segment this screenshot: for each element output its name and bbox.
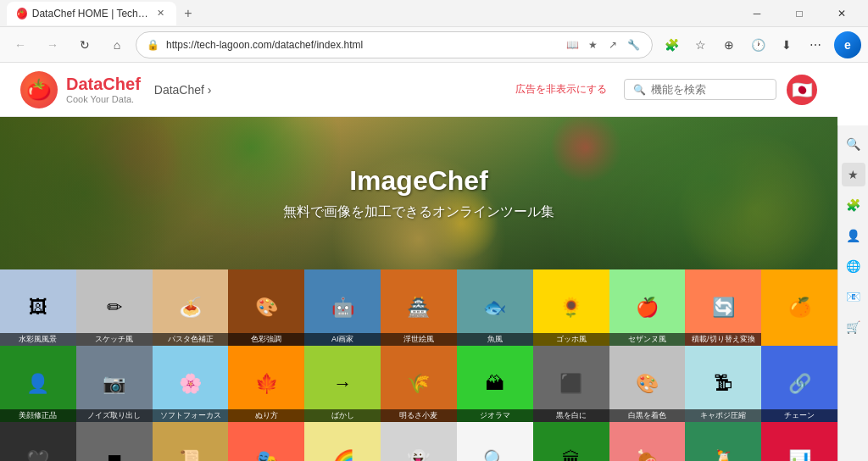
page-content: 🍅 DataChef Cook Your Data. DataChef › 広告… xyxy=(0,63,837,461)
hero-subtitle: 無料で画像を加工できるオンラインツール集 xyxy=(283,203,554,221)
tool-item[interactable]: 🍊 xyxy=(761,269,837,346)
search-icon: 🔍 xyxy=(633,84,646,96)
nav-right-icons: 🧩 ☆ ⊕ 🕐 ⬇ ⋯ e xyxy=(658,31,861,58)
sidebar-profile-icon[interactable]: 👤 xyxy=(842,224,865,247)
forward-button[interactable]: → xyxy=(39,31,66,58)
tool-item[interactable]: 🖼水彩風風景 xyxy=(0,269,76,346)
tool-item[interactable]: 🍖白/赤/つぶれ補修 xyxy=(609,422,686,461)
title-bar: 🍅 DataChef HOME | TechLagoon ✕ + ─ □ ✕ xyxy=(0,0,868,27)
tool-item-label: チェーン xyxy=(761,409,837,422)
tool-item[interactable]: ⬛黒を白に xyxy=(533,346,609,422)
ad-hide-button[interactable]: 広告を非表示にする xyxy=(515,82,607,97)
tool-item[interactable]: 🏔ジオラマ xyxy=(457,346,533,422)
tab-bar: 🍅 DataChef HOME | TechLagoon ✕ + xyxy=(7,2,737,25)
tool-item[interactable]: 🎨色彩強調 xyxy=(228,269,304,346)
maximize-button[interactable]: □ xyxy=(780,0,819,27)
feedback-icon[interactable]: 🔧 xyxy=(625,36,642,53)
tool-item-label: ソフトフォーカス xyxy=(153,409,229,422)
tool-item[interactable]: 🍹コントラスト xyxy=(685,422,761,461)
tool-item[interactable]: 👤美顔修正品 xyxy=(0,346,76,422)
navigation-bar: ← → ↻ ⌂ 🔒 https://tech-lagoon.com/datach… xyxy=(0,27,868,63)
tool-item[interactable]: 📊レベル補正 xyxy=(761,422,837,461)
tool-item-label: 美顔修正品 xyxy=(0,409,76,422)
refresh-button[interactable]: ↻ xyxy=(71,31,98,58)
tool-item[interactable]: 🍝パスタ色補正 xyxy=(153,269,229,346)
tool-item[interactable]: 🔍透明変換 xyxy=(457,422,533,461)
downloads-icon[interactable]: ⬇ xyxy=(773,31,800,58)
history-icon[interactable]: 🕐 xyxy=(744,31,771,58)
search-box[interactable]: 🔍 xyxy=(624,79,776,100)
tool-item[interactable]: 🌸ソフトフォーカス xyxy=(153,346,229,422)
tool-item[interactable]: 🖤白黒/モンタージュ xyxy=(0,422,76,461)
tab-close-button[interactable]: ✕ xyxy=(155,7,166,20)
tool-item-label: 白黒を着色 xyxy=(609,409,686,422)
tool-item[interactable]: ✏スケッチ風 xyxy=(76,269,153,346)
brand-name: DataChef xyxy=(66,75,141,94)
tool-item[interactable]: 🍁ぬり方 xyxy=(228,346,304,422)
tool-item[interactable]: 🗜キャポジ圧縮 xyxy=(685,346,761,422)
read-mode-icon[interactable]: 📖 xyxy=(564,36,581,53)
favorites-nav-icon[interactable]: ☆ xyxy=(687,31,714,58)
sidebar-web-icon[interactable]: 🌐 xyxy=(842,254,865,278)
tool-item[interactable]: 🔄積載/切り替え変換 xyxy=(685,269,761,346)
tool-item[interactable]: 🏯浮世絵風 xyxy=(381,269,457,346)
tool-item[interactable]: 👻透明部分の書き換え xyxy=(381,422,457,461)
tool-item[interactable]: 🎭ポスタライズ xyxy=(228,422,304,461)
tool-item[interactable]: 📜セピア調 xyxy=(153,422,229,461)
search-input[interactable] xyxy=(651,83,761,96)
window-controls: ─ □ ✕ xyxy=(737,0,861,27)
datachef-logo[interactable]: 🍅 DataChef Cook Your Data. xyxy=(20,71,141,108)
extensions-icon[interactable]: 🧩 xyxy=(658,31,685,58)
tool-item[interactable]: ◼モノクロ xyxy=(76,422,153,461)
back-button[interactable]: ← xyxy=(7,31,34,58)
datachef-header: 🍅 DataChef Cook Your Data. DataChef › 広告… xyxy=(0,63,837,117)
search-area: 広告を非表示にする 🔍 🇯🇵 xyxy=(515,75,817,105)
tool-item[interactable]: →ばかし xyxy=(304,346,381,422)
close-button[interactable]: ✕ xyxy=(822,0,861,27)
sidebar-extensions-icon[interactable]: 🧩 xyxy=(842,193,865,217)
tool-item-label: 積載/切り替え変換 xyxy=(685,333,761,346)
favorites-icon[interactable]: ★ xyxy=(584,36,601,53)
tool-item[interactable]: 🎨白黒を着色 xyxy=(609,346,686,422)
new-tab-button[interactable]: + xyxy=(176,2,200,25)
lock-icon: 🔒 xyxy=(147,39,159,51)
tool-item[interactable]: 🌈色も 追加に xyxy=(304,422,381,461)
tool-item-label: 黒を白に xyxy=(533,409,609,422)
logo-text: DataChef Cook Your Data. xyxy=(66,75,141,104)
tool-item-label: セザンヌ風 xyxy=(609,333,686,346)
tool-item[interactable]: 🌾明るさ小麦 xyxy=(381,346,457,422)
tool-item[interactable]: 🍎セザンヌ風 xyxy=(609,269,686,346)
tool-item[interactable]: 🌻ゴッホ風 xyxy=(533,269,609,346)
sidebar-favorites-icon[interactable]: ★ xyxy=(842,163,865,186)
sidebar-shop-icon[interactable]: 🛒 xyxy=(842,315,865,339)
tool-item-label: ぬり方 xyxy=(228,409,304,422)
tool-item-label: 色彩強調 xyxy=(228,333,304,346)
address-bar[interactable]: 🔒 https://tech-lagoon.com/datachef/index… xyxy=(136,31,653,58)
minimize-button[interactable]: ─ xyxy=(737,0,776,27)
brand-tagline: Cook Your Data. xyxy=(66,94,141,104)
settings-icon[interactable]: ⋯ xyxy=(802,31,829,58)
tool-item[interactable]: 🐟魚風 xyxy=(457,269,533,346)
tool-item[interactable]: 📷ノイズ取り出し xyxy=(76,346,153,422)
tool-item-label: 明るさ小麦 xyxy=(381,409,457,422)
tool-item-label: 浮世絵風 xyxy=(381,333,457,346)
active-tab[interactable]: 🍅 DataChef HOME | TechLagoon ✕ xyxy=(7,2,176,25)
home-button[interactable]: ⌂ xyxy=(103,31,131,58)
tool-rows: 🖼水彩風風景✏スケッチ風🍝パスタ色補正🎨色彩強調🤖AI画家🏯浮世絵風🐟魚風🌻ゴッ… xyxy=(0,269,837,461)
tool-item[interactable]: 🤖AI画家 xyxy=(304,269,381,346)
tool-row-1: 🖼水彩風風景✏スケッチ風🍝パスタ色補正🎨色彩強調🤖AI画家🏯浮世絵風🐟魚風🌻ゴッ… xyxy=(0,269,837,346)
tool-item[interactable]: 🏛歪み補正 xyxy=(533,422,609,461)
sidebar-search-icon[interactable]: 🔍 xyxy=(842,132,865,156)
tool-row-2: 👤美顔修正品📷ノイズ取り出し🌸ソフトフォーカス🍁ぬり方→ばかし🌾明るさ小麦🏔ジオ… xyxy=(0,346,837,422)
share-icon[interactable]: ↗ xyxy=(604,36,621,53)
collections-icon[interactable]: ⊕ xyxy=(715,31,743,58)
sidebar-mail-icon[interactable]: 📧 xyxy=(842,285,865,308)
tool-item-label: AI画家 xyxy=(304,333,381,346)
breadcrumb[interactable]: DataChef › xyxy=(154,83,212,97)
tool-item-label: ゴッホ風 xyxy=(533,333,609,346)
tool-item-label: ジオラマ xyxy=(457,409,533,422)
language-flag[interactable]: 🇯🇵 xyxy=(787,75,817,105)
tool-item-label: 魚風 xyxy=(457,333,533,346)
profile-icon[interactable]: e xyxy=(834,31,861,58)
tool-item[interactable]: 🔗チェーン xyxy=(761,346,837,422)
